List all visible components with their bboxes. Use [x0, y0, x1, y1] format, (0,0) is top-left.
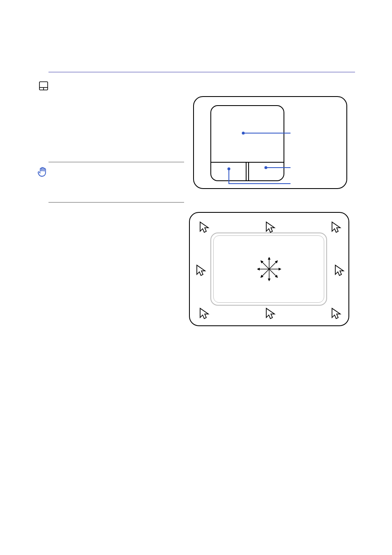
callout-line-left-v [228, 169, 229, 184]
cursor-icon [265, 307, 276, 320]
callout-line-left-h [228, 183, 291, 184]
cursor-icon [199, 221, 210, 233]
cursor-icon [331, 307, 341, 320]
button-separator [246, 163, 249, 180]
svg-line-7 [261, 261, 269, 269]
svg-line-10 [269, 269, 277, 277]
callout-line-surface [243, 133, 291, 134]
touchpad-diagram: Cursor Movement Right Click Left Click [193, 96, 347, 189]
svg-line-9 [261, 269, 269, 277]
svg-line-8 [269, 261, 277, 269]
cursor-icon [331, 221, 341, 233]
cursor-icon [196, 264, 206, 276]
eight-direction-arrows-icon [253, 253, 286, 286]
touchpad-icon [39, 81, 48, 90]
hand-icon [38, 166, 48, 177]
cursor-icon [265, 221, 276, 233]
text-divider [48, 202, 184, 203]
cursor-icon [334, 264, 345, 276]
touchpad-buttons [211, 162, 284, 180]
cursor-icon [199, 307, 210, 320]
circular-motion-diagram [189, 212, 349, 326]
callout-line-right [266, 167, 291, 168]
section-divider [48, 72, 355, 72]
manual-page: Cursor Movement Right Click Left Click [0, 0, 392, 555]
text-divider [48, 162, 184, 162]
touchpad-surface [211, 106, 284, 164]
touchpad-outline [210, 105, 284, 181]
